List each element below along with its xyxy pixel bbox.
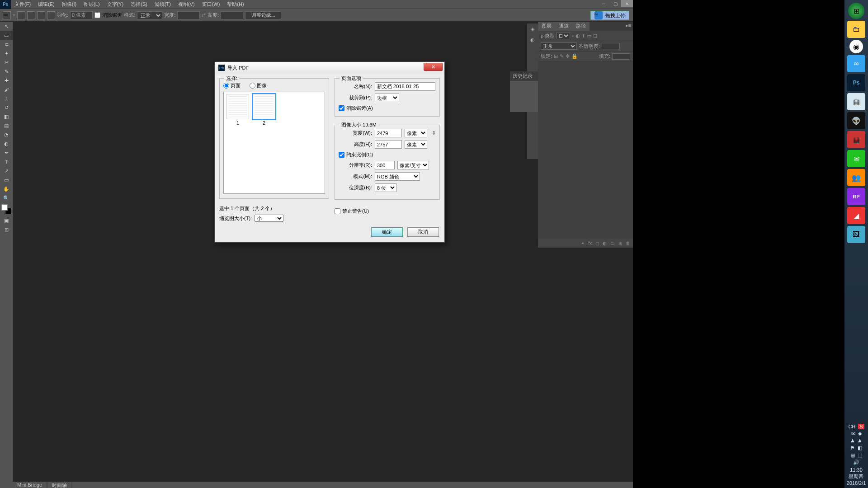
sel-sub-icon[interactable] bbox=[37, 11, 45, 19]
pen-tool[interactable]: ✒ bbox=[0, 148, 13, 157]
minimize-button[interactable]: ─ bbox=[598, 0, 609, 7]
filter-type-icon[interactable]: T bbox=[582, 33, 585, 38]
taskbar-alien[interactable]: 👽 bbox=[847, 112, 865, 129]
taskbar-red[interactable]: ◢ bbox=[847, 207, 865, 224]
menu-type[interactable]: 文字(Y) bbox=[104, 1, 127, 8]
height-input[interactable] bbox=[221, 11, 243, 19]
fx-icon[interactable]: fx bbox=[588, 241, 592, 246]
sel-add-icon[interactable] bbox=[27, 11, 35, 19]
trash-icon[interactable]: 🗑 bbox=[626, 241, 630, 246]
panel-menu-icon[interactable]: ▸≡ bbox=[624, 22, 633, 31]
lock-paint-icon[interactable]: ✎ bbox=[560, 53, 564, 59]
style-select[interactable]: 正常 bbox=[137, 11, 162, 19]
taskbar-cloud[interactable]: ∞ bbox=[847, 55, 865, 72]
heal-tool[interactable]: ✚ bbox=[0, 76, 13, 85]
close-app-button[interactable]: ✕ bbox=[621, 0, 633, 7]
filter-shape-icon[interactable]: ▭ bbox=[587, 33, 591, 39]
newlayer-icon[interactable]: ⊞ bbox=[618, 241, 622, 246]
link-icon[interactable]: ⚭ bbox=[581, 241, 585, 246]
filter-smart-icon[interactable]: ⊡ bbox=[593, 33, 597, 39]
maximize-button[interactable]: ▢ bbox=[609, 0, 621, 7]
eraser-tool[interactable]: ◧ bbox=[0, 112, 13, 121]
ime-icon[interactable]: S bbox=[858, 424, 864, 429]
marquee-tool[interactable]: ▭ bbox=[0, 31, 13, 40]
lock-trans-icon[interactable]: ⊞ bbox=[554, 53, 558, 59]
thumbsize-select[interactable]: 小 bbox=[255, 215, 283, 222]
filter-img-icon[interactable]: ▫ bbox=[572, 33, 574, 38]
adjust-icon[interactable]: ◐ bbox=[527, 34, 538, 45]
width-input-d[interactable] bbox=[375, 129, 402, 137]
width-unit-select[interactable]: 像素 bbox=[405, 129, 427, 137]
zoom-tool[interactable]: 🔍 bbox=[0, 193, 13, 202]
adjlayer-icon[interactable]: ◐ bbox=[603, 241, 607, 246]
suppress-check[interactable]: 禁止警告(U) bbox=[335, 208, 440, 215]
taskbar-calculator[interactable]: ▦ bbox=[847, 93, 865, 110]
stamp-tool[interactable]: ⊥ bbox=[0, 94, 13, 103]
history-brush-tool[interactable]: ↺ bbox=[0, 103, 13, 112]
gradient-tool[interactable]: ▤ bbox=[0, 121, 13, 130]
taskbar-gallery[interactable]: 🖼 bbox=[847, 226, 865, 243]
width-input[interactable] bbox=[177, 11, 200, 19]
taskbar-wechat[interactable]: ✉ bbox=[847, 150, 865, 167]
res-unit-select[interactable]: 像素/英寸 bbox=[397, 161, 429, 169]
tray-icon-3[interactable]: ♟ bbox=[850, 438, 855, 444]
tray-volume-icon[interactable]: 🔊 bbox=[853, 460, 859, 465]
hand-tool[interactable]: ✋ bbox=[0, 184, 13, 193]
thumbnail-list[interactable]: 1 2 bbox=[223, 92, 325, 194]
filter-adj-icon[interactable]: ◐ bbox=[576, 33, 580, 39]
feather-input[interactable] bbox=[70, 11, 93, 19]
brush-tool[interactable]: 🖌 bbox=[0, 85, 13, 94]
menu-view[interactable]: 视图(V) bbox=[175, 1, 198, 8]
tray-icon-4[interactable]: ♟ bbox=[858, 438, 862, 444]
taskbar-clock[interactable]: 11:30 星期四 2018/2/1 bbox=[847, 467, 866, 486]
thumb-1[interactable]: 1 bbox=[226, 94, 250, 192]
tab-paths[interactable]: 路径 bbox=[572, 22, 590, 31]
mode-select[interactable]: RGB 颜色 bbox=[375, 172, 420, 181]
ime-indicator[interactable]: CH bbox=[848, 424, 855, 429]
radio-page[interactable]: 页面 bbox=[223, 82, 241, 89]
cancel-button[interactable]: 取消 bbox=[407, 227, 439, 237]
menu-image[interactable]: 图像(I) bbox=[58, 1, 80, 8]
tray-icon-8[interactable]: ⬚ bbox=[858, 452, 862, 458]
constrain-check[interactable]: 约束比例(C) bbox=[339, 151, 436, 158]
start-button[interactable]: ⊞ bbox=[848, 3, 864, 19]
crop-select[interactable]: 边框 bbox=[375, 94, 399, 102]
layers-icon[interactable]: ◈ bbox=[527, 23, 538, 34]
screenmode-tool[interactable]: ⊡ bbox=[0, 225, 13, 234]
height-input-d[interactable] bbox=[375, 140, 402, 149]
depth-select[interactable]: 8 位 bbox=[375, 183, 396, 192]
antialias-check-dialog[interactable]: 消除锯齿(A) bbox=[339, 105, 436, 112]
blur-tool[interactable]: ◔ bbox=[0, 130, 13, 139]
antialias-check[interactable]: 消除锯齿 bbox=[94, 12, 122, 19]
radio-image[interactable]: 图像 bbox=[250, 82, 267, 89]
ok-button[interactable]: 确定 bbox=[371, 227, 403, 237]
tray-icon-5[interactable]: ⚑ bbox=[850, 445, 855, 451]
menu-filter[interactable]: 滤镜(T) bbox=[151, 1, 175, 8]
crop-tool[interactable]: ✂ bbox=[0, 58, 13, 67]
refine-edge-button[interactable]: 调整边缘... bbox=[245, 11, 281, 19]
eyedropper-tool[interactable]: ✎ bbox=[0, 67, 13, 76]
taskbar-chrome[interactable]: ◉ bbox=[849, 40, 863, 53]
taskbar-explorer[interactable]: 🗀 bbox=[847, 21, 865, 38]
tab-timeline[interactable]: 时间轴 bbox=[47, 482, 71, 488]
name-input[interactable] bbox=[375, 82, 435, 91]
menu-help[interactable]: 帮助(H) bbox=[223, 1, 247, 8]
tray-icon-1[interactable]: ✉ bbox=[851, 431, 855, 436]
thumb-2[interactable]: 2 bbox=[252, 94, 276, 192]
menu-layer[interactable]: 图层(L) bbox=[80, 1, 103, 8]
tab-layers[interactable]: 图层 bbox=[538, 22, 555, 31]
taskbar-photoshop[interactable]: Ps bbox=[847, 74, 865, 91]
marquee-tool-icon[interactable]: ▭ bbox=[3, 11, 11, 19]
menu-window[interactable]: 窗口(W) bbox=[198, 1, 224, 8]
taskbar-box[interactable]: ▦ bbox=[847, 131, 865, 148]
menu-file[interactable]: 文件(F) bbox=[11, 1, 34, 8]
link-dim-icon[interactable]: ⇕ bbox=[432, 130, 436, 136]
blend-select[interactable]: 正常 bbox=[541, 42, 577, 50]
taskbar-avatars[interactable]: 👥 bbox=[847, 169, 865, 186]
fill-input[interactable] bbox=[612, 53, 630, 60]
tab-channels[interactable]: 通道 bbox=[555, 22, 572, 31]
opacity-input[interactable] bbox=[602, 43, 620, 49]
tray-icon-2[interactable]: ◆ bbox=[858, 431, 862, 436]
taskbar-rp[interactable]: RP bbox=[847, 188, 865, 205]
lock-all-icon[interactable]: 🔒 bbox=[571, 53, 578, 59]
